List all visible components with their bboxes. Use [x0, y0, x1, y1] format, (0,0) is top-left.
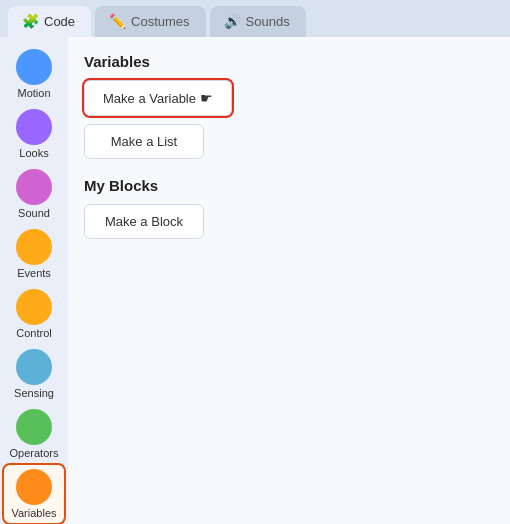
- tab-sounds[interactable]: 🔊 Sounds: [210, 6, 306, 37]
- looks-circle: [16, 109, 52, 145]
- variables-circle: [16, 469, 52, 505]
- cursor-icon: ☛: [200, 90, 213, 106]
- sound-circle: [16, 169, 52, 205]
- make-list-button[interactable]: Make a List: [84, 124, 204, 159]
- sidebar-item-looks-label: Looks: [19, 147, 48, 159]
- sidebar-item-control-label: Control: [16, 327, 51, 339]
- sidebar-item-sensing-label: Sensing: [14, 387, 54, 399]
- variables-section-title: Variables: [84, 53, 494, 70]
- sidebar-item-control[interactable]: Control: [4, 285, 64, 343]
- sidebar-item-motion-label: Motion: [17, 87, 50, 99]
- tab-code[interactable]: 🧩 Code: [8, 6, 91, 37]
- sounds-icon: 🔊: [224, 13, 241, 29]
- control-circle: [16, 289, 52, 325]
- make-variable-label: Make a Variable: [103, 91, 196, 106]
- sidebar-item-variables[interactable]: Variables: [4, 465, 64, 523]
- motion-circle: [16, 49, 52, 85]
- sidebar-item-events[interactable]: Events: [4, 225, 64, 283]
- make-block-button[interactable]: Make a Block: [84, 204, 204, 239]
- sidebar-item-sensing[interactable]: Sensing: [4, 345, 64, 403]
- sidebar: Motion Looks Sound Events Control Sensin…: [0, 37, 68, 524]
- sidebar-item-motion[interactable]: Motion: [4, 45, 64, 103]
- content-panel: Variables Make a Variable☛ Make a List M…: [68, 37, 510, 524]
- sidebar-item-operators[interactable]: Operators: [4, 405, 64, 463]
- tab-bar: 🧩 Code ✏️ Costumes 🔊 Sounds: [0, 0, 510, 37]
- sidebar-item-looks[interactable]: Looks: [4, 105, 64, 163]
- make-variable-button[interactable]: Make a Variable☛: [84, 80, 232, 116]
- my-blocks-section-title: My Blocks: [84, 177, 494, 194]
- sidebar-item-sound-label: Sound: [18, 207, 50, 219]
- sensing-circle: [16, 349, 52, 385]
- operators-circle: [16, 409, 52, 445]
- sidebar-item-operators-label: Operators: [10, 447, 59, 459]
- events-circle: [16, 229, 52, 265]
- tab-code-label: Code: [44, 14, 75, 29]
- sidebar-item-sound[interactable]: Sound: [4, 165, 64, 223]
- tab-costumes[interactable]: ✏️ Costumes: [95, 6, 206, 37]
- sidebar-item-events-label: Events: [17, 267, 51, 279]
- make-block-label: Make a Block: [105, 214, 183, 229]
- make-list-label: Make a List: [111, 134, 177, 149]
- tab-sounds-label: Sounds: [246, 14, 290, 29]
- main-area: Motion Looks Sound Events Control Sensin…: [0, 37, 510, 524]
- my-blocks-section: My Blocks Make a Block: [84, 177, 494, 239]
- tab-costumes-label: Costumes: [131, 14, 190, 29]
- code-icon: 🧩: [22, 13, 39, 29]
- sidebar-item-variables-label: Variables: [11, 507, 56, 519]
- costumes-icon: ✏️: [109, 13, 126, 29]
